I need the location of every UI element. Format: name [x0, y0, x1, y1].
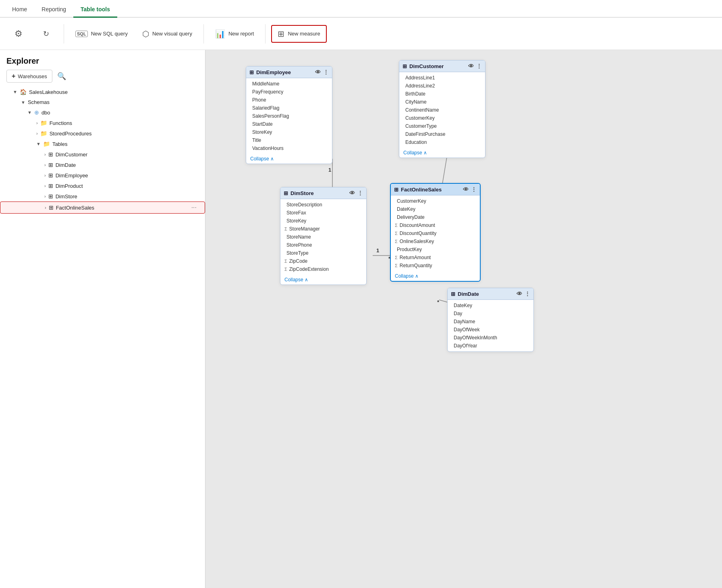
eye-icon[interactable]: 👁	[349, 190, 355, 196]
collapse-dimstore[interactable]: Collapse ∧	[280, 275, 366, 285]
table-row: StorePhone	[280, 241, 366, 249]
table-row: StoreKey	[246, 128, 332, 136]
tab-bar: Home Reporting Table tools	[0, 0, 722, 18]
settings-button[interactable]: ⚙	[6, 26, 31, 42]
add-warehouses-button[interactable]: + Warehouses	[6, 70, 52, 83]
tab-tabletools[interactable]: Table tools	[73, 2, 117, 18]
table-row: VacationHours	[246, 144, 332, 152]
chevron-down-icon: ▼	[36, 141, 41, 146]
measure-icon: ⊞	[278, 29, 284, 39]
table-row: StartDate	[246, 120, 332, 128]
tree-item-dimstore[interactable]: › ⊞ DimStore	[0, 191, 205, 202]
more-icon[interactable]: ⋮	[476, 63, 482, 69]
collapse-factonlinesales[interactable]: Collapse ∧	[391, 271, 480, 281]
tree-item-functions[interactable]: › 📁 Functions	[0, 118, 205, 128]
more-icon[interactable]: ⋮	[357, 190, 363, 196]
table-row: ΣStoreManager	[280, 225, 366, 233]
visual-query-icon: ⬡	[142, 29, 149, 39]
table-card-dimemployee: ⊞ DimEmployee 👁 ⋮ MiddleName PayFrequenc…	[246, 66, 332, 164]
tree-label: Tables	[52, 141, 68, 147]
tab-reporting[interactable]: Reporting	[34, 2, 73, 18]
table-body-factonlinesales: CustomerKey DateKey DeliveryDate ΣDiscou…	[391, 195, 480, 271]
table-row: SalesPersonFlag	[246, 112, 332, 120]
tree-item-schemas[interactable]: ▼ Schemas	[0, 97, 205, 107]
table-icon: ⊞	[249, 69, 254, 75]
folder-icon: 📁	[43, 141, 50, 147]
table-row: ΣZipCodeExtension	[280, 265, 366, 273]
table-title: DimStore	[290, 190, 314, 196]
table-row: ΣReturnQuantity	[391, 262, 480, 270]
table-row: DateFirstPurchase	[399, 130, 485, 138]
table-row: BirthDate	[399, 90, 485, 98]
tree-item-dimemployee[interactable]: › ⊞ DimEmployee	[0, 170, 205, 181]
more-icon[interactable]: ⋮	[323, 69, 329, 75]
more-icon[interactable]: ⋮	[525, 291, 530, 297]
eye-icon[interactable]: 👁	[517, 291, 522, 297]
main-layout: Explorer + Warehouses 🔍 ▼ 🏠 SalesLakehou…	[0, 50, 722, 588]
refresh-button[interactable]: ↻	[34, 27, 58, 41]
table-row: DateKey	[391, 205, 480, 213]
table-row: ΣDiscountQuantity	[391, 229, 480, 237]
table-row: SalariedFlag	[246, 104, 332, 112]
toolbar-separator-1	[64, 24, 64, 44]
folder-icon: 📁	[40, 120, 47, 126]
table-row: Title	[246, 136, 332, 144]
eye-icon[interactable]: 👁	[468, 63, 474, 69]
report-icon: 📊	[215, 29, 225, 39]
tree-item-dimcustomer[interactable]: › ⊞ DimCustomer	[0, 149, 205, 160]
table-title: DimDate	[458, 291, 479, 297]
tree-label: Functions	[50, 120, 72, 126]
toolbar: ⚙ ↻ SQL New SQL query ⬡ New visual query…	[0, 18, 722, 50]
collapse-dimcustomer[interactable]: Collapse ∧	[399, 148, 485, 158]
tree-item-tables[interactable]: ▼ 📁 Tables	[0, 139, 205, 149]
tree-item-saleslakehouse[interactable]: ▼ 🏠 SalesLakehouse	[0, 87, 205, 97]
tree-label: FactOnlineSales	[56, 205, 94, 211]
tree-item-dimdate[interactable]: › ⊞ DimDate	[0, 160, 205, 170]
table-row: DayOfWeekInMonth	[448, 334, 533, 342]
new-measure-button[interactable]: ⊞ New measure	[271, 25, 326, 43]
table-row: ΣOnlineSalesKey	[391, 237, 480, 245]
table-icon: ⊞	[451, 291, 455, 297]
collapse-dimemployee[interactable]: Collapse ∧	[246, 154, 332, 164]
chevron-down-icon: ▼	[13, 89, 17, 94]
tree-item-dimproduct[interactable]: › ⊞ DimProduct	[0, 181, 205, 191]
schema-icon: ⊕	[34, 109, 39, 116]
toolbar-separator-3	[265, 24, 266, 44]
connector-label-1: 1	[328, 167, 331, 173]
table-icon: ⊞	[402, 63, 407, 69]
table-icon: ⊞	[48, 172, 53, 179]
toolbar-separator-2	[203, 24, 204, 44]
table-row: Education	[399, 138, 485, 146]
table-icon: ⊞	[48, 162, 53, 168]
chevron-down-icon: ▼	[27, 110, 32, 115]
table-card-dimcustomer: ⊞ DimCustomer 👁 ⋮ AddressLine1 AddressLi…	[399, 60, 485, 158]
tab-home[interactable]: Home	[5, 2, 34, 18]
eye-icon[interactable]: 👁	[463, 186, 469, 193]
sidebar: Explorer + Warehouses 🔍 ▼ 🏠 SalesLakehou…	[0, 50, 205, 588]
table-body-dimstore: StoreDescription StoreFax StoreKey ΣStor…	[280, 199, 366, 275]
table-row: StoreType	[280, 249, 366, 257]
table-row: CustomerKey	[399, 114, 485, 122]
tree-label: SalesLakehouse	[29, 89, 68, 95]
chevron-right-icon: ›	[36, 131, 38, 136]
table-row: ΣDiscountAmount	[391, 221, 480, 229]
tree-item-factonlinesales[interactable]: › ⊞ FactOnlineSales ···	[0, 202, 205, 214]
more-options-button[interactable]: ···	[190, 204, 198, 211]
sidebar-title: Explorer	[6, 56, 39, 66]
tree-item-dbo[interactable]: ▼ ⊕ dbo	[0, 107, 205, 118]
chevron-right-icon: ›	[45, 205, 46, 210]
table-card-dimstore: ⊞ DimStore 👁 ⋮ StoreDescription StoreFax…	[280, 187, 367, 285]
chevron-right-icon: ›	[36, 121, 38, 125]
table-icon: ⊞	[48, 183, 53, 189]
new-visual-query-button[interactable]: ⬡ New visual query	[137, 26, 198, 42]
eye-icon[interactable]: 👁	[315, 69, 321, 75]
table-card-factonlinesales: ⊞ FactOnlineSales 👁 ⋮ CustomerKey DateKe…	[390, 183, 481, 282]
tree-item-storedprocedures[interactable]: › 📁 StoredProcedures	[0, 128, 205, 139]
search-button[interactable]: 🔍	[56, 70, 68, 82]
new-sql-query-button[interactable]: SQL New SQL query	[70, 27, 133, 40]
table-title: FactOnlineSales	[401, 187, 442, 193]
more-icon[interactable]: ⋮	[471, 186, 477, 193]
table-row: ΣZipCode	[280, 257, 366, 265]
new-report-button[interactable]: 📊 New report	[210, 26, 260, 42]
lakehouse-icon: 🏠	[20, 89, 27, 95]
